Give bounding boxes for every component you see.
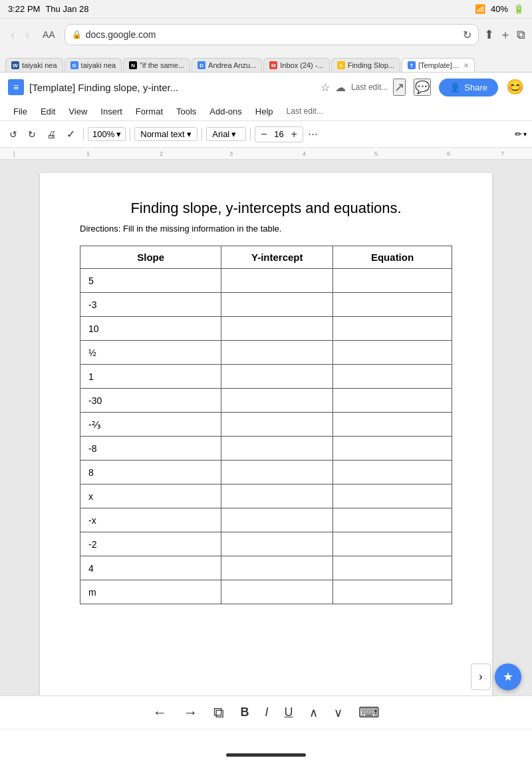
menu-file[interactable]: File — [8, 105, 33, 118]
style-selector[interactable]: Normal text ▾ — [134, 127, 198, 141]
style-arrow: ▾ — [187, 129, 192, 139]
pencil-button[interactable]: ✏ ▾ — [515, 129, 527, 139]
table-cell-7-0[interactable]: -8 — [80, 437, 221, 461]
menu-help[interactable]: Help — [250, 105, 279, 118]
chevron-up-button[interactable]: ∧ — [309, 705, 318, 720]
table-cell-9-2[interactable] — [333, 484, 452, 508]
table-cell-1-0[interactable]: -3 — [80, 293, 221, 317]
forward-nav-button[interactable]: → — [183, 704, 198, 721]
font-selector[interactable]: Arial ▾ — [206, 127, 246, 141]
share-action-button[interactable]: ⬆ — [484, 27, 494, 42]
menu-view[interactable]: View — [63, 105, 92, 118]
format-paint-button[interactable]: ✓ — [63, 126, 79, 142]
star-button[interactable]: ☆ — [321, 81, 330, 94]
floating-action-button[interactable]: ★ — [495, 664, 521, 690]
table-cell-6-2[interactable] — [333, 413, 452, 437]
table-cell-11-2[interactable] — [333, 532, 452, 556]
table-cell-8-2[interactable] — [333, 461, 452, 484]
table-cell-1-2[interactable] — [333, 293, 452, 317]
chart-button[interactable]: ↗ — [393, 79, 406, 96]
toolbar-sep-2 — [130, 128, 130, 141]
table-cell-5-2[interactable] — [333, 389, 452, 413]
table-cell-13-0[interactable]: m — [80, 580, 221, 604]
address-bar[interactable]: 🔒 docs.google.com ↻ — [65, 24, 479, 45]
table-cell-10-2[interactable] — [333, 508, 452, 532]
table-cell-3-2[interactable] — [333, 341, 452, 365]
redo-button[interactable]: ↻ — [24, 127, 40, 142]
table-cell-10-1[interactable] — [221, 508, 333, 532]
table-cell-13-1[interactable] — [221, 580, 333, 604]
cloud-button[interactable]: ☁ — [335, 81, 346, 94]
forward-button[interactable]: › — [21, 27, 33, 43]
table-cell-4-2[interactable] — [333, 365, 452, 389]
tab-gmail[interactable]: M Inbox (24) -... — [263, 58, 329, 72]
table-cell-4-1[interactable] — [221, 365, 333, 389]
tab-notion[interactable]: N "if the same... — [123, 58, 190, 72]
table-cell-5-0[interactable]: -30 — [80, 389, 221, 413]
print-button[interactable]: 🖨 — [43, 127, 60, 142]
tab-docs[interactable]: D Andrea Anzu... — [192, 58, 262, 72]
reader-button[interactable]: AA — [39, 28, 59, 41]
share-button[interactable]: 👤 Share — [439, 79, 498, 96]
menu-insert[interactable]: Insert — [95, 105, 128, 118]
table-cell-6-1[interactable] — [221, 413, 333, 437]
table-cell-3-1[interactable] — [221, 341, 333, 365]
table-cell-11-0[interactable]: -2 — [80, 532, 221, 556]
tabs-button[interactable]: ⧉ — [517, 28, 525, 42]
table-cell-12-2[interactable] — [333, 556, 452, 580]
back-nav-button[interactable]: ← — [152, 704, 167, 721]
tab-template[interactable]: T [Template] F... ✕ — [402, 58, 475, 72]
table-cell-12-0[interactable]: 4 — [80, 556, 221, 580]
table-cell-8-0[interactable]: 8 — [80, 461, 221, 484]
menu-edit[interactable]: Edit — [35, 105, 61, 118]
table-cell-10-0[interactable]: -x — [80, 508, 221, 532]
tab-finding[interactable]: S Finding Slop... — [331, 58, 400, 72]
tab-close-template[interactable]: ✕ — [464, 62, 469, 69]
tab-word[interactable]: W taiyaki nea — [5, 58, 63, 72]
zoom-selector[interactable]: 100% ▾ — [88, 127, 126, 141]
table-cell-2-0[interactable]: 10 — [80, 317, 221, 341]
table-cell-12-1[interactable] — [221, 556, 333, 580]
collapse-button[interactable]: › — [471, 664, 491, 690]
undo-button[interactable]: ↺ — [5, 127, 21, 142]
menu-tools[interactable]: Tools — [171, 105, 201, 118]
table-cell-0-2[interactable] — [333, 269, 452, 293]
ruler-mark-5: 5 — [374, 150, 378, 157]
table-cell-3-0[interactable]: ½ — [80, 341, 221, 365]
emoji-button[interactable]: 😊 — [506, 79, 524, 96]
table-cell-9-1[interactable] — [221, 484, 333, 508]
date: Thu Jan 28 — [45, 4, 88, 14]
reload-button[interactable]: ↻ — [463, 29, 471, 41]
table-cell-4-0[interactable]: 1 — [80, 365, 221, 389]
tab-google[interactable]: G taiyaki nea — [65, 58, 122, 72]
table-cell-2-2[interactable] — [333, 317, 452, 341]
fontsize-minus-button[interactable]: − — [258, 128, 269, 140]
table-cell-6-0[interactable]: -⅔ — [80, 413, 221, 437]
menu-addons[interactable]: Add-ons — [204, 105, 247, 118]
keyboard-button[interactable]: ⌨ — [358, 704, 380, 721]
toolbar-more-button[interactable]: ··· — [306, 125, 320, 143]
back-button[interactable]: ‹ — [7, 27, 19, 43]
table-cell-9-0[interactable]: x — [80, 484, 221, 508]
fontsize-plus-button[interactable]: + — [289, 128, 300, 140]
table-cell-5-1[interactable] — [221, 389, 333, 413]
table-cell-2-1[interactable] — [221, 317, 333, 341]
chevron-down-button[interactable]: ∨ — [334, 705, 342, 720]
table-cell-13-2[interactable] — [333, 580, 452, 604]
table-cell-0-1[interactable] — [221, 269, 333, 293]
table-cell-1-1[interactable] — [221, 293, 333, 317]
italic-button[interactable]: I — [265, 705, 268, 719]
copy-button[interactable]: ⧉ — [213, 704, 224, 721]
underline-button[interactable]: U — [285, 705, 293, 719]
comment-button[interactable]: 💬 — [414, 79, 431, 96]
bold-button[interactable]: B — [240, 705, 249, 719]
tab-favicon-word: W — [11, 61, 19, 69]
new-tab-button[interactable]: ＋ — [499, 27, 511, 43]
table-cell-11-1[interactable] — [221, 532, 333, 556]
table-cell-8-1[interactable] — [221, 461, 333, 484]
table-cell-7-2[interactable] — [333, 437, 452, 461]
table-cell-0-0[interactable]: 5 — [80, 269, 221, 293]
table-cell-7-1[interactable] — [221, 437, 333, 461]
toolbar-sep-1 — [83, 128, 84, 141]
menu-format[interactable]: Format — [130, 105, 168, 118]
